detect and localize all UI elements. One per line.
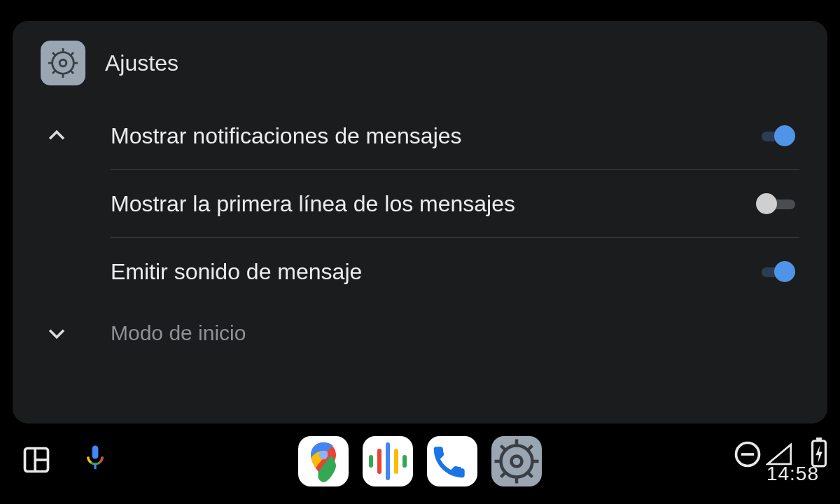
- settings-panel: Ajustes Mostrar notificaciones de mensaj…: [13, 21, 827, 424]
- svg-line-30: [528, 445, 533, 449]
- setting-label: Mostrar la primera línea de los mensajes: [111, 191, 736, 217]
- svg-rect-20: [402, 455, 407, 468]
- svg-line-6: [52, 52, 55, 55]
- panel-header: Ajustes: [41, 41, 799, 85]
- chevron-up-icon[interactable]: [41, 124, 111, 148]
- svg-line-9: [71, 52, 74, 55]
- svg-rect-17: [377, 449, 382, 474]
- svg-rect-13: [92, 445, 99, 458]
- battery-charging-icon: [804, 438, 819, 461]
- svg-line-7: [71, 71, 74, 74]
- setting-row-show-notifications[interactable]: Mostrar notificaciones de mensajes: [41, 102, 799, 169]
- svg-point-15: [319, 450, 328, 459]
- setting-label: Mostrar notificaciones de mensajes: [111, 123, 736, 149]
- toggle-show-notifications[interactable]: [756, 125, 795, 147]
- svg-point-22: [512, 456, 522, 466]
- svg-rect-34: [816, 438, 822, 441]
- svg-rect-16: [386, 442, 390, 480]
- svg-point-21: [501, 445, 533, 477]
- setting-section-start-mode[interactable]: Modo de inicio: [41, 305, 799, 361]
- svg-rect-18: [394, 449, 398, 474]
- setting-label: Emitir sonido de mensaje: [111, 259, 736, 285]
- svg-line-28: [528, 472, 533, 477]
- svg-point-0: [52, 52, 74, 74]
- page-title: Ajustes: [105, 50, 178, 76]
- dashboard-icon[interactable]: [21, 444, 52, 478]
- mic-icon[interactable]: [80, 444, 111, 478]
- dock-app-maps[interactable]: [298, 436, 349, 486]
- dnd-icon[interactable]: [732, 439, 753, 460]
- dock-app-settings[interactable]: [491, 436, 542, 486]
- svg-line-29: [501, 472, 505, 477]
- toggle-show-first-line[interactable]: [756, 192, 795, 215]
- setting-row-show-first-line[interactable]: Mostrar la primera línea de los mensajes: [41, 170, 799, 237]
- toggle-message-sound[interactable]: [756, 260, 795, 283]
- settings-app-icon: [41, 41, 85, 85]
- svg-line-27: [501, 445, 505, 449]
- svg-line-8: [52, 71, 55, 74]
- svg-point-1: [59, 59, 66, 66]
- section-label: Modo de inicio: [111, 321, 799, 345]
- clock: 14:58: [766, 463, 819, 485]
- svg-marker-35: [816, 445, 822, 463]
- dock-app-phone[interactable]: [427, 436, 477, 486]
- setting-row-message-sound[interactable]: Emitir sonido de mensaje: [41, 238, 799, 305]
- settings-list: Mostrar notificaciones de mensajes Mostr…: [41, 102, 799, 416]
- signal-icon: [766, 439, 791, 460]
- dock-app-podcasts[interactable]: [363, 436, 413, 486]
- bottom-dock: 14:58: [0, 424, 840, 504]
- chevron-down-icon[interactable]: [41, 321, 111, 345]
- svg-rect-19: [369, 455, 373, 468]
